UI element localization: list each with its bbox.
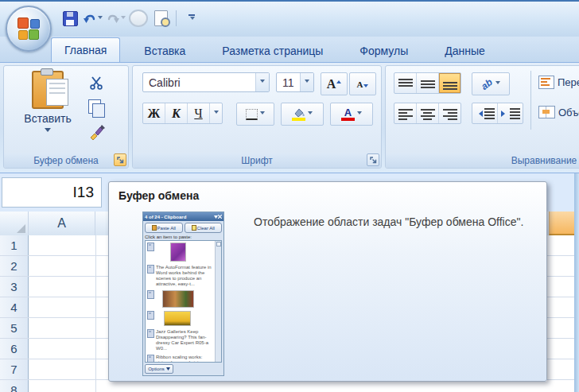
grow-font-button[interactable]: A	[321, 72, 348, 95]
paste-dropdown-icon[interactable]	[45, 128, 51, 135]
orientation-dropdown-icon[interactable]	[495, 81, 500, 87]
align-middle-button[interactable]	[417, 73, 439, 93]
align-middle-icon	[421, 77, 435, 90]
decrease-indent-button[interactable]	[472, 103, 498, 123]
tab-insert[interactable]: Вставка	[131, 40, 198, 62]
font-color-button[interactable]: А	[330, 103, 373, 126]
row-header-1[interactable]: 1	[0, 235, 29, 255]
row-header-6[interactable]: 6	[0, 339, 29, 359]
font-size-dropdown-icon[interactable]	[300, 73, 313, 91]
bold-icon: Ж	[148, 107, 161, 121]
qat-separator	[176, 10, 177, 26]
row-header-5-label: 5	[10, 321, 17, 335]
borders-dropdown-icon[interactable]	[260, 111, 265, 117]
pane-buttons: Paste All Clear All	[143, 221, 223, 235]
merge-center-label: Объединить	[558, 107, 579, 118]
excel-window: Главная Вставка Разметка страницы Формул…	[0, 0, 579, 392]
customize-qat-button[interactable]	[182, 9, 201, 28]
font-dialog-launcher[interactable]	[367, 153, 379, 166]
tab-formulas[interactable]: Формулы	[347, 40, 421, 62]
orientation-button[interactable]: ab	[472, 72, 510, 95]
clipboard-item: The AutoFormat feature in Word works beh…	[146, 263, 221, 289]
redo-dropdown-icon[interactable]	[121, 16, 126, 21]
paste-all-button: Paste All	[145, 223, 183, 233]
font-group-label: Шрифт	[133, 153, 381, 168]
italic-icon: К	[172, 107, 181, 121]
underline-button[interactable]: Ч	[188, 103, 210, 123]
font-name-combo[interactable]: Calibri	[142, 72, 270, 92]
undo-dropdown-icon[interactable]	[98, 16, 103, 21]
ribbon-tab-strip: Главная Вставка Разметка страницы Формул…	[0, 37, 579, 63]
row-header-6-label: 6	[10, 342, 17, 355]
row-header-4[interactable]: 4	[0, 297, 29, 317]
undo-button[interactable]	[83, 9, 103, 28]
increase-indent-button[interactable]	[498, 103, 523, 123]
column-header-selected[interactable]	[549, 212, 574, 235]
tab-insert-label: Вставка	[144, 45, 185, 57]
redo-button[interactable]	[106, 9, 126, 28]
format-painter-button[interactable]	[84, 122, 115, 142]
clipboard-image-thumb	[162, 290, 194, 308]
copy-button[interactable]	[84, 96, 115, 117]
fill-color-dropdown-icon[interactable]	[308, 111, 313, 117]
tab-page-layout[interactable]: Разметка страницы	[209, 40, 336, 62]
save-button[interactable]	[60, 9, 80, 28]
copy-icon	[88, 99, 101, 114]
row-header-2[interactable]: 2	[0, 256, 29, 276]
title-bar	[0, 2, 579, 37]
fill-color-icon	[292, 108, 305, 121]
merge-center-button[interactable]: Объединить	[538, 106, 579, 118]
align-bottom-icon	[443, 77, 457, 90]
shrink-font-button[interactable]: A	[349, 72, 376, 95]
tooltip-title: Буфер обмена	[119, 189, 199, 202]
font-color-dropdown-icon[interactable]	[357, 111, 362, 117]
clear-all-label: Clear All	[197, 226, 215, 231]
align-center-button[interactable]	[417, 103, 439, 123]
tab-formulas-label: Формулы	[359, 45, 408, 57]
format-painter-icon	[88, 124, 106, 140]
italic-button[interactable]: К	[165, 103, 188, 123]
print-preview-button[interactable]	[151, 9, 170, 28]
clipboard-item	[146, 241, 221, 263]
pane-scrollbar	[215, 241, 221, 362]
select-all-button[interactable]	[0, 212, 29, 235]
font-color-icon: А	[341, 108, 355, 121]
bold-italic-underline-group: Ж К Ч	[142, 103, 223, 124]
underline-dropdown-icon[interactable]	[210, 103, 222, 123]
row-header-8[interactable]: 8	[0, 380, 29, 392]
font-name-dropdown-icon[interactable]	[255, 73, 269, 91]
tab-home[interactable]: Главная	[51, 37, 120, 62]
column-header-a[interactable]: A	[29, 212, 95, 235]
pane-close-icon	[218, 215, 222, 219]
align-bottom-button[interactable]	[439, 73, 460, 93]
row-header-3[interactable]: 3	[0, 277, 29, 297]
grid-row[interactable]: 8	[0, 380, 574, 392]
paste-button[interactable]: Вставить	[17, 71, 79, 142]
pane-options-button: Options	[145, 364, 173, 374]
bold-button[interactable]: Ж	[143, 103, 165, 123]
borders-button[interactable]	[236, 103, 274, 126]
align-top-button[interactable]	[394, 73, 417, 93]
wrap-text-button[interactable]: Перенос текста	[538, 76, 579, 89]
dialog-launcher-icon	[117, 157, 124, 164]
cut-button[interactable]	[84, 72, 115, 93]
clipboard-image-thumb	[170, 243, 186, 262]
align-right-button[interactable]	[439, 103, 460, 123]
row-header-7[interactable]: 7	[0, 359, 29, 379]
alignment-group-label: Выравнивание	[386, 153, 579, 168]
tab-data[interactable]: Данные	[432, 40, 498, 62]
name-box[interactable]: I13	[2, 177, 102, 208]
clipboard-group: Вставить Буфер о	[3, 65, 129, 169]
align-left-button[interactable]	[394, 103, 417, 123]
fill-color-button[interactable]	[281, 103, 324, 126]
clipboard-item-icon	[147, 329, 154, 338]
undo-icon	[83, 13, 97, 25]
clipboard-item	[146, 289, 221, 309]
office-button[interactable]	[6, 6, 52, 52]
row-header-5[interactable]: 5	[0, 318, 29, 338]
wrap-text-icon	[538, 76, 554, 89]
font-size-combo[interactable]: 11	[276, 72, 314, 92]
pane-title-text: 4 of 24 - Clipboard	[145, 215, 186, 219]
clipboard-dialog-launcher[interactable]	[114, 153, 126, 166]
oval-button[interactable]	[129, 9, 148, 28]
